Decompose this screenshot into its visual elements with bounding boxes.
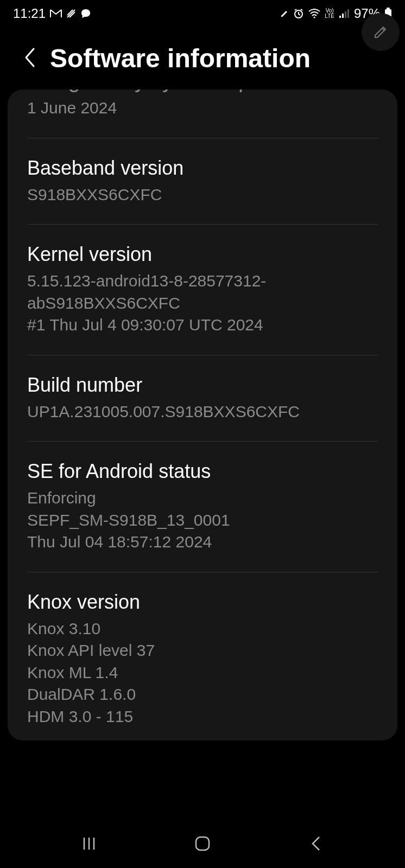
settings-list[interactable]: Google Play system update 1 June 2024 Ba… <box>8 90 397 741</box>
recents-button[interactable] <box>65 835 113 852</box>
navigation-bar <box>0 819 405 868</box>
item-google-play-update[interactable]: Google Play system update 1 June 2024 <box>27 90 378 138</box>
svg-rect-8 <box>196 837 209 850</box>
item-subtitle: S918BXXS6CXFC <box>27 184 378 206</box>
svg-rect-2 <box>339 16 341 18</box>
item-title: Build number <box>27 374 378 397</box>
item-title: Kernel version <box>27 243 378 266</box>
svg-rect-7 <box>387 8 390 9</box>
home-button[interactable] <box>178 835 227 852</box>
status-bar: 11:21 Vo)LTE 97% <box>0 0 405 27</box>
item-subtitle: 5.15.123-android13-8-28577312-abS918BXXS… <box>27 270 378 336</box>
chat-icon <box>80 8 91 19</box>
status-time: 11:21 <box>13 6 46 21</box>
svg-point-1 <box>314 17 315 18</box>
edit-button[interactable] <box>362 13 400 51</box>
page-header: Software information <box>0 27 405 90</box>
item-baseband-version[interactable]: Baseband version S918BXXS6CXFC <box>27 138 378 225</box>
item-se-android-status[interactable]: SE for Android status Enforcing SEPF_SM-… <box>27 442 378 572</box>
svg-rect-5 <box>347 9 349 18</box>
item-kernel-version[interactable]: Kernel version 5.15.123-android13-8-2857… <box>27 225 378 355</box>
wifi-icon <box>308 9 320 18</box>
item-knox-version[interactable]: Knox version Knox 3.10 Knox API level 37… <box>27 572 378 741</box>
item-title: SE for Android status <box>27 460 378 483</box>
alarm-icon <box>293 8 304 19</box>
item-build-number[interactable]: Build number UP1A.231005.007.S918BXXS6CX… <box>27 355 378 442</box>
item-subtitle: Knox 3.10 Knox API level 37 Knox ML 1.4 … <box>27 618 378 728</box>
svg-rect-4 <box>345 11 346 18</box>
signal-icon <box>339 9 350 18</box>
item-subtitle: UP1A.231005.007.S918BXXS6CXFC <box>27 401 378 423</box>
item-title: Google Play system update <box>27 90 378 93</box>
item-title: Baseband version <box>27 157 378 180</box>
item-subtitle: 1 June 2024 <box>27 97 378 119</box>
item-subtitle: Enforcing SEPF_SM-S918B_13_0001 Thu Jul … <box>27 487 378 553</box>
page-title: Software information <box>50 43 311 73</box>
notification-icon <box>66 9 76 18</box>
back-nav-button[interactable] <box>292 835 340 852</box>
volte-icon: Vo)LTE <box>325 8 334 19</box>
svg-rect-3 <box>342 14 344 18</box>
item-title: Knox version <box>27 591 378 614</box>
back-button[interactable] <box>23 47 36 71</box>
gmail-icon <box>50 9 62 18</box>
pencil-icon <box>373 24 388 40</box>
pencil-small-icon <box>280 9 289 18</box>
